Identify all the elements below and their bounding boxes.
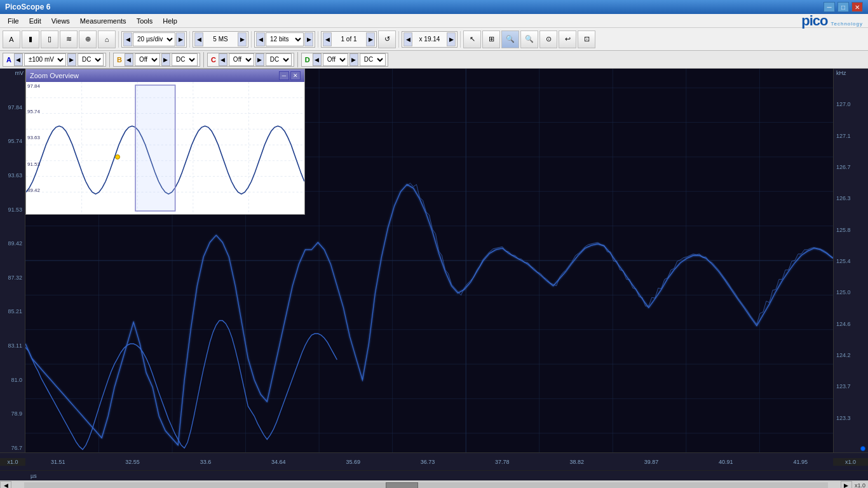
channel-b-coupling[interactable]: DC AC [172, 53, 198, 66]
chart-area[interactable]: Zoom Overview ─ ✕ 97.84 95.74 93.63 91.5… [25, 69, 833, 452]
zoom-extra-btn[interactable]: ⊡ [578, 30, 595, 48]
x-unit-label: µs [25, 473, 833, 479]
timebase-prev[interactable]: ◀ [123, 32, 132, 46]
channel-c-status-prev[interactable]: ◀ [219, 53, 227, 66]
y-label-1: 95.74 [1, 138, 24, 144]
channel-d-status[interactable]: Off On [323, 53, 348, 66]
channel-b-status[interactable]: Off On [135, 53, 160, 66]
toolbar-sep4 [318, 31, 318, 48]
toolbar-icon-bar[interactable]: ▮ [22, 30, 39, 48]
channel-c-coupling[interactable]: DC AC [266, 53, 292, 66]
y-label-7: 83.11 [1, 342, 24, 349]
y-label-8: 81.0 [1, 377, 24, 383]
signal-left-sawtooth [25, 321, 337, 450]
y-label-4: 89.42 [1, 240, 24, 247]
menu-measurements[interactable]: Measurements [75, 16, 132, 26]
x-zoom-right-val: x1.0 [845, 459, 856, 465]
scrollbar-thumb[interactable] [386, 482, 418, 489]
signal-noise-overlay [407, 183, 833, 324]
zoom-overview-minimize[interactable]: ─ [279, 71, 289, 80]
resolution-prev[interactable]: ◀ [256, 32, 265, 46]
zo-y-label-3: 91.53 [27, 161, 40, 167]
zo-y-label-1: 95.74 [27, 109, 40, 114]
x-zoom-left: x1.0 [0, 458, 25, 466]
close-button[interactable]: ✕ [851, 2, 863, 12]
capture-prev[interactable]: ◀ [323, 32, 332, 46]
y-label-3: 91.53 [1, 207, 24, 213]
capture-next[interactable]: ▶ [366, 32, 375, 46]
zoom-prev[interactable]: ◀ [403, 32, 412, 46]
zoom-overview-title: Zoom Overview [30, 72, 79, 79]
channel-c-status[interactable]: Off On [229, 53, 254, 66]
samplerate-next[interactable]: ▶ [238, 32, 247, 46]
channel-a-coupling[interactable]: DC AC [78, 53, 104, 66]
ch-sep-bc [203, 52, 204, 67]
x-label-1: 32.55 [125, 459, 140, 465]
channel-a-voltage-prev[interactable]: ◀ [14, 53, 23, 66]
resolution-select[interactable]: 12 bits 8 bits 16 bits [266, 32, 304, 46]
channel-d-status-next[interactable]: ▶ [349, 53, 358, 66]
timebase-select[interactable]: 20 µs/div 10 µs/div 50 µs/div [133, 32, 175, 46]
zoom-reset-btn[interactable]: ⊙ [539, 30, 557, 48]
minimize-button[interactable]: ─ [824, 2, 835, 12]
y-label-9: 78.9 [1, 410, 24, 417]
toolbar-sep3 [251, 31, 252, 48]
main-signal-line [25, 184, 833, 445]
ch-indicator-dot [860, 446, 865, 451]
y-right-label-1: 127.1 [836, 133, 865, 139]
zoom-overview-titlebar[interactable]: Zoom Overview ─ ✕ [26, 69, 304, 82]
menu-views[interactable]: Views [46, 16, 75, 26]
toolbar-icon-bar3[interactable]: ≋ [60, 30, 78, 48]
channel-d-coupling[interactable]: DC AC [360, 53, 386, 66]
timebase-next[interactable]: ▶ [176, 32, 185, 46]
scrollbar-area: ◀ ▶ x1.0 [0, 480, 868, 488]
capture-loop[interactable]: ↺ [378, 30, 396, 48]
menu-help[interactable]: Help [158, 16, 182, 26]
y-label-6: 85.21 [1, 308, 24, 315]
zoom-select-btn[interactable]: ⊞ [482, 30, 500, 48]
toolbar-sep2 [189, 31, 190, 48]
y-right-label-2: 126.7 [836, 164, 865, 170]
x-axis-bar: x1.0 31.51 32.55 33.6 34.64 35.69 36.73 … [0, 452, 868, 470]
toolbar-icon-bar2[interactable]: ▯ [41, 30, 58, 48]
channel-d-block: D ◀ Off On ▶ DC AC [301, 53, 388, 67]
resolution-next[interactable]: ▶ [304, 32, 313, 46]
x-zoom-left-val: x1.0 [7, 459, 18, 465]
y-axis-left: mV 97.84 95.74 93.63 91.53 89.42 87.32 8… [0, 69, 25, 452]
channel-d-status-prev[interactable]: ◀ [313, 53, 322, 66]
x-label-4: 35.69 [346, 459, 360, 465]
menu-tools[interactable]: Tools [132, 16, 158, 26]
maximize-button[interactable]: □ [837, 2, 849, 12]
zoom-chart: 97.84 95.74 93.63 91.53 89.42 [26, 82, 304, 214]
channel-c-status-next[interactable]: ▶ [255, 53, 264, 66]
pico-logo: pico Technology [801, 13, 863, 29]
zoom-overview-close[interactable]: ✕ [290, 71, 301, 80]
cursor-arrow-btn[interactable]: ↖ [463, 30, 481, 48]
scroll-left[interactable]: ◀ [0, 481, 11, 489]
zoom-out-btn[interactable]: 🔍 [520, 30, 538, 48]
zo-y-label-2: 93.63 [27, 135, 40, 140]
channel-a-voltage-next[interactable]: ▶ [67, 53, 76, 66]
channel-d-label: D [304, 56, 311, 64]
menu-edit[interactable]: Edit [24, 16, 46, 26]
channel-b-status-next[interactable]: ▶ [161, 53, 170, 66]
toolbar-icon-save[interactable]: ⌂ [98, 30, 116, 48]
samplerate-prev[interactable]: ◀ [194, 32, 203, 46]
toolbar-icon-a[interactable]: A [3, 30, 20, 48]
channel-b-status-prev[interactable]: ◀ [125, 53, 133, 66]
y-label-0: 97.84 [1, 104, 24, 111]
scrollbar-track[interactable] [24, 482, 828, 489]
channel-a-voltage[interactable]: ±100 mV ±200 mV ±500 mV [24, 53, 66, 66]
y-right-label-4: 125.8 [836, 227, 865, 233]
scroll-right[interactable]: ▶ [841, 481, 852, 489]
zoom-undo-btn[interactable]: ↩ [559, 30, 576, 48]
channel-b-block: B ◀ Off On ▶ DC AC [113, 53, 200, 67]
zoom-in-btn[interactable]: 🔍 [501, 30, 519, 48]
x-label-0: 31.51 [51, 459, 65, 465]
y-right-label-10: 123.3 [836, 415, 865, 421]
zo-y-label-0: 97.84 [27, 83, 40, 89]
zoom-next[interactable]: ▶ [447, 32, 456, 46]
toolbar-icon-cursor[interactable]: ⊕ [79, 30, 97, 48]
x-zoom-right: x1.0 [833, 458, 868, 466]
menu-file[interactable]: File [3, 16, 24, 26]
